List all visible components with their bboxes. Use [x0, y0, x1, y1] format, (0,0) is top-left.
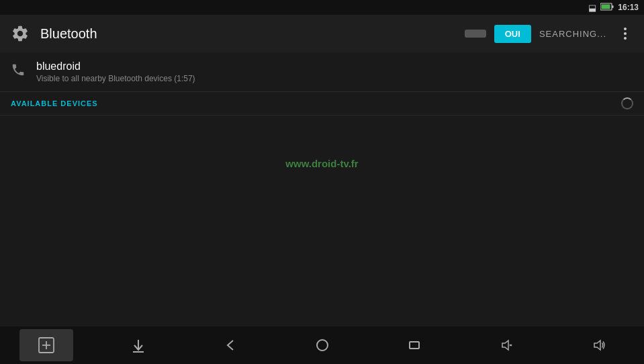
- bluetooth-status-icon: ⬓: [588, 3, 596, 13]
- svg-rect-9: [410, 342, 419, 349]
- toggle-on-button[interactable]: OUI: [494, 25, 531, 43]
- status-bar: ⬓ 16:13: [0, 0, 644, 15]
- app-title: Bluetooth: [40, 26, 457, 42]
- volume-up-button[interactable]: [571, 329, 625, 361]
- device-info: bluedroid Visible to all nearby Bluetoot…: [36, 60, 195, 83]
- device-status: Visible to all nearby Bluetooth devices …: [36, 74, 195, 83]
- action-bar: Bluetooth OUI SEARCHING...: [0, 15, 644, 52]
- svg-marker-10: [502, 340, 508, 350]
- search-spinner: [621, 97, 633, 109]
- screenshot-button[interactable]: [19, 329, 73, 361]
- battery-icon: [600, 3, 614, 12]
- home-button[interactable]: [295, 329, 349, 361]
- back-button[interactable]: [203, 329, 257, 361]
- settings-gear-icon: [8, 21, 32, 46]
- overflow-menu-button[interactable]: [614, 23, 636, 44]
- searching-text: SEARCHING...: [539, 29, 606, 39]
- device-section: bluedroid Visible to all nearby Bluetoot…: [0, 52, 644, 92]
- svg-rect-1: [612, 5, 614, 8]
- toggle-off-button[interactable]: [465, 30, 486, 38]
- svg-marker-13: [594, 340, 600, 350]
- device-name: bluedroid: [36, 60, 195, 73]
- volume-down-button[interactable]: [479, 329, 533, 361]
- nav-bar: [0, 326, 644, 364]
- download-button[interactable]: [111, 329, 165, 361]
- status-time: 16:13: [618, 3, 639, 12]
- available-devices-header: AVAILABLE DEVICES: [0, 92, 644, 116]
- phone-icon: [11, 62, 26, 81]
- recents-button[interactable]: [387, 329, 441, 361]
- main-content: bluedroid Visible to all nearby Bluetoot…: [0, 52, 644, 326]
- svg-point-8: [317, 340, 328, 351]
- svg-rect-2: [602, 5, 610, 9]
- available-label: AVAILABLE DEVICES: [11, 99, 621, 107]
